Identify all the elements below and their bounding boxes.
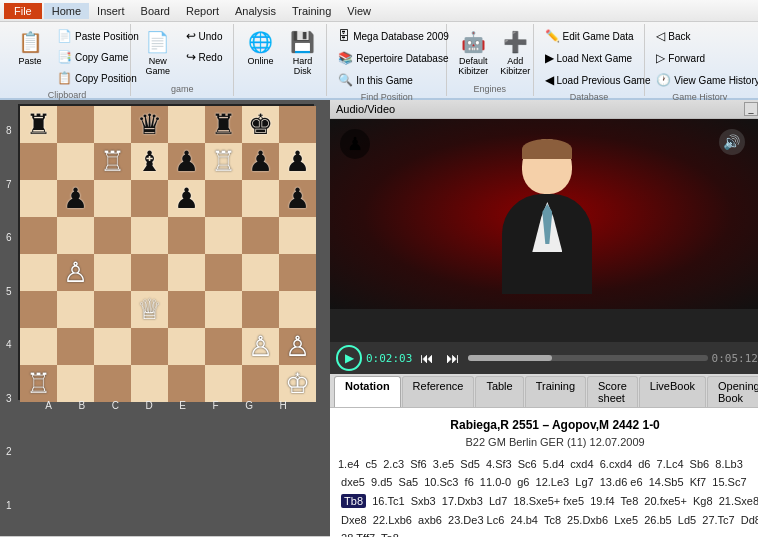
square-C4[interactable] (94, 254, 131, 291)
progress-bar[interactable] (468, 355, 707, 361)
square-E2[interactable] (168, 328, 205, 365)
rewind-button[interactable]: ⏮ (416, 347, 438, 369)
square-E3[interactable] (168, 291, 205, 328)
square-E5[interactable] (168, 217, 205, 254)
square-H5[interactable] (279, 217, 316, 254)
square-B7[interactable] (57, 143, 94, 180)
square-A7[interactable] (20, 143, 57, 180)
tab-livebook[interactable]: LiveBook (639, 376, 706, 407)
square-F2[interactable] (205, 328, 242, 365)
new-game-button[interactable]: 📄 New Game (137, 26, 178, 80)
square-F6[interactable] (205, 180, 242, 217)
square-C8[interactable] (94, 106, 131, 143)
square-H1[interactable]: ♔ (279, 365, 316, 402)
square-D3[interactable]: ♕ (131, 291, 168, 328)
square-D5[interactable] (131, 217, 168, 254)
square-B8[interactable] (57, 106, 94, 143)
load-prev-game-button[interactable]: ◀ Load Previous Game (540, 70, 656, 90)
square-C2[interactable] (94, 328, 131, 365)
menu-training[interactable]: Training (284, 3, 339, 19)
paste-button[interactable]: 📋 Paste (10, 26, 50, 70)
menu-view[interactable]: View (339, 3, 379, 19)
square-C1[interactable] (94, 365, 131, 402)
online-button[interactable]: 🌐 Online (240, 26, 280, 70)
square-F8[interactable]: ♜ (205, 106, 242, 143)
tab-table[interactable]: Table (475, 376, 523, 407)
square-A5[interactable] (20, 217, 57, 254)
square-C5[interactable] (94, 217, 131, 254)
square-E4[interactable] (168, 254, 205, 291)
square-A8[interactable]: ♜ (20, 106, 57, 143)
mega-db-button[interactable]: 🗄 Mega Database 2009 (333, 26, 454, 46)
square-B1[interactable] (57, 365, 94, 402)
square-B4[interactable]: ♙ (57, 254, 94, 291)
default-kibitzer-button[interactable]: 🤖 DefaultKibitzer (453, 26, 493, 80)
square-H6[interactable]: ♟ (279, 180, 316, 217)
menu-analysis[interactable]: Analysis (227, 3, 284, 19)
edit-game-data-button[interactable]: ✏️ Edit Game Data (540, 26, 639, 46)
square-H8[interactable] (279, 106, 316, 143)
redo-button[interactable]: ↪ Redo (181, 47, 228, 67)
chessboard[interactable]: ♜♛♜♚♖♝♟♖♟♟♟♟♟♙♕♙♙♖♔ (18, 104, 314, 400)
square-D4[interactable] (131, 254, 168, 291)
square-H3[interactable] (279, 291, 316, 328)
tab-notation[interactable]: Notation (334, 376, 401, 407)
menu-file[interactable]: File (4, 3, 42, 19)
tab-openings-book[interactable]: Openings Book (707, 376, 758, 407)
square-B6[interactable]: ♟ (57, 180, 94, 217)
square-G5[interactable] (242, 217, 279, 254)
menu-report[interactable]: Report (178, 3, 227, 19)
view-game-history-button[interactable]: 🕐 View Game History (651, 70, 758, 90)
square-H2[interactable]: ♙ (279, 328, 316, 365)
forward-button[interactable]: ▷ Forward (651, 48, 710, 68)
menu-board[interactable]: Board (133, 3, 178, 19)
square-G4[interactable] (242, 254, 279, 291)
back-button[interactable]: ◁ Back (651, 26, 695, 46)
square-D7[interactable]: ♝ (131, 143, 168, 180)
square-A2[interactable] (20, 328, 57, 365)
tab-reference[interactable]: Reference (402, 376, 475, 407)
square-B2[interactable] (57, 328, 94, 365)
square-E8[interactable] (168, 106, 205, 143)
square-D2[interactable] (131, 328, 168, 365)
in-this-game-button[interactable]: 🔍 In this Game (333, 70, 418, 90)
tab-training[interactable]: Training (525, 376, 586, 407)
square-F1[interactable] (205, 365, 242, 402)
square-A6[interactable] (20, 180, 57, 217)
square-C6[interactable] (94, 180, 131, 217)
square-F4[interactable] (205, 254, 242, 291)
speaker-icon[interactable]: 🔊 (719, 129, 745, 155)
square-E1[interactable] (168, 365, 205, 402)
square-D8[interactable]: ♛ (131, 106, 168, 143)
square-D1[interactable] (131, 365, 168, 402)
square-G2[interactable]: ♙ (242, 328, 279, 365)
square-G6[interactable] (242, 180, 279, 217)
square-F3[interactable] (205, 291, 242, 328)
hard-disk-button[interactable]: 💾 Hard Disk (282, 26, 322, 80)
play-button[interactable]: ▶ (336, 345, 362, 371)
square-G7[interactable]: ♟ (242, 143, 279, 180)
square-A3[interactable] (20, 291, 57, 328)
square-F7[interactable]: ♖ (205, 143, 242, 180)
square-D6[interactable] (131, 180, 168, 217)
load-next-game-button[interactable]: ▶ Load Next Game (540, 48, 638, 68)
paste-position-button[interactable]: 📄 Paste Position (52, 26, 144, 46)
square-A4[interactable] (20, 254, 57, 291)
square-A1[interactable]: ♖ (20, 365, 57, 402)
square-C7[interactable]: ♖ (94, 143, 131, 180)
menu-home[interactable]: Home (44, 3, 89, 19)
square-F5[interactable] (205, 217, 242, 254)
menu-insert[interactable]: Insert (89, 3, 133, 19)
square-G1[interactable] (242, 365, 279, 402)
square-C3[interactable] (94, 291, 131, 328)
undo-button[interactable]: ↩ Undo (181, 26, 228, 46)
fast-forward-button[interactable]: ⏭ (442, 347, 464, 369)
square-H4[interactable] (279, 254, 316, 291)
copy-position-button[interactable]: 📋 Copy Position (52, 68, 144, 88)
square-E6[interactable]: ♟ (168, 180, 205, 217)
square-H7[interactable]: ♟ (279, 143, 316, 180)
square-G3[interactable] (242, 291, 279, 328)
add-kibitzer-button[interactable]: ➕ AddKibitzer (495, 26, 535, 80)
square-G8[interactable]: ♚ (242, 106, 279, 143)
repertoire-db-button[interactable]: 📚 Repertoire Database (333, 48, 453, 68)
